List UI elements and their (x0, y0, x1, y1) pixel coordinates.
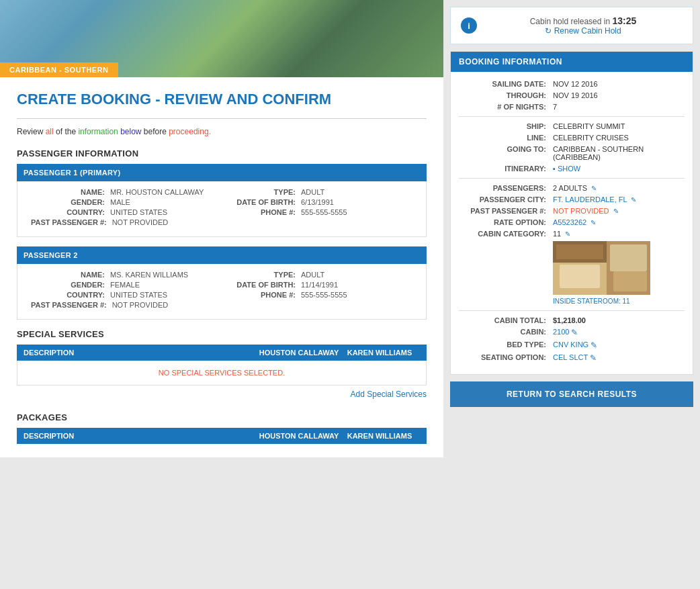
through-label: THROUGH: (459, 91, 546, 99)
line-label: LINE: (459, 134, 546, 142)
info-icon: i (461, 17, 477, 34)
p1-pastpass-value: NOT PROVIDED (112, 218, 169, 226)
cabin-category-row: CABIN CATEGORY: 11 ✎ (459, 230, 685, 238)
past-passenger-value: NOT PROVIDED ✎ (553, 207, 619, 215)
line-value: CELEBRITY CRUISES (553, 134, 629, 142)
past-passenger-label: PAST PASSENGER #: (459, 207, 546, 215)
renew-cabin-hold-link[interactable]: ↻ Renew Cabin Hold (484, 26, 683, 36)
p1-dob-label: DATE OF BIRTH: (222, 198, 296, 206)
passenger-1-header: PASSENGER 1 (PRIMARY) (17, 164, 427, 181)
svg-rect-4 (610, 244, 647, 271)
ship-value: CELEBRITY SUMMIT (553, 122, 625, 130)
page-title: CREATE BOOKING - REVIEW AND CONFIRM (17, 91, 427, 108)
line-row: LINE: CELEBRITY CRUISES (459, 134, 685, 142)
cabin-category-label: CABIN CATEGORY: (459, 230, 546, 238)
p2-type-value: ADULT (301, 271, 324, 279)
title-divider (17, 118, 427, 119)
p2-name-value: MS. KAREN WILLIAMS (110, 271, 188, 279)
p2-phone-value: 555-555-5555 (301, 291, 347, 299)
going-to-value: CARIBBEAN - SOUTHERN (CARIBBEAN) (553, 145, 685, 161)
nights-value: 7 (553, 103, 557, 111)
cabin-total-row: CABIN TOTAL: $1,218.00 (459, 316, 685, 324)
p1-country-label: COUNTRY: (31, 208, 105, 216)
p2-type-label: TYPE: (222, 271, 296, 279)
through-value: NOV 19 2016 (553, 91, 598, 99)
passenger-2-header: PASSENGER 2 (17, 246, 427, 264)
cabin-edit-icon[interactable]: ✎ (571, 328, 578, 337)
add-special-services-link[interactable]: Add Special Services (351, 386, 427, 403)
return-btn-container: RETURN TO SEARCH RESULTS (450, 381, 693, 407)
p1-type-label: TYPE: (222, 188, 296, 196)
rate-option-row: RATE OPTION: A5523262 ✎ (459, 218, 685, 226)
sailing-date-value: NOV 12 2016 (553, 80, 598, 88)
special-services-section: SPECIAL SERVICES DESCRIPTION HOUSTON CAL… (17, 329, 427, 403)
passenger-2-block: PASSENGER 2 NAME: MS. KAREN WILLIAMS GEN… (17, 246, 427, 320)
booking-info-header: BOOKING INFORMATION (451, 52, 693, 72)
rate-option-edit-icon[interactable]: ✎ (590, 219, 596, 226)
cabin-total-value: $1,218.00 (553, 316, 586, 324)
p2-phone-label: PHONE #: (222, 291, 296, 299)
bed-type-value: CNV KING (553, 341, 588, 349)
seating-option-label: SEATING OPTION: (459, 353, 546, 361)
cabin-label: CABIN: (459, 328, 546, 336)
page-title-highlight: REVIEW AND CONFIRM (165, 91, 332, 107)
rate-option-value: A5523262 ✎ (553, 218, 596, 226)
going-to-label: GOING TO: (459, 145, 546, 153)
cabin-image (553, 241, 650, 295)
passenger-2-details: NAME: MS. KAREN WILLIAMS GENDER: FEMALE … (17, 264, 427, 320)
packages-col-desc: DESCRIPTION (24, 432, 259, 440)
itinerary-show-link[interactable]: ▪ SHOW (553, 165, 580, 173)
p2-country-value: UNITED STATES (110, 291, 167, 299)
p2-country-label: COUNTRY: (31, 291, 105, 299)
cabin-image-label: INSIDE STATEROOM: 11 (553, 298, 685, 305)
nights-row: # OF NIGHTS: 7 (459, 103, 685, 111)
past-passenger-row: PAST PASSENGER #: NOT PROVIDED ✎ (459, 207, 685, 215)
passenger-city-label: PASSENGER CITY: (459, 195, 546, 203)
passengers-edit-icon[interactable]: ✎ (591, 185, 597, 192)
packages-title: PACKAGES (17, 412, 427, 422)
no-services-notice: NO SPECIAL SERVICES SELECTED. (17, 361, 427, 386)
review-notice: Review all of the information below befo… (17, 127, 427, 136)
p1-gender-label: GENDER: (31, 198, 105, 206)
special-services-title: SPECIAL SERVICES (17, 329, 427, 339)
p2-gender-value: FEMALE (110, 281, 140, 289)
past-passenger-edit-icon[interactable]: ✎ (613, 208, 619, 215)
seating-option-edit-icon[interactable]: ✎ (590, 353, 597, 363)
bed-type-edit-icon[interactable]: ✎ (590, 341, 597, 350)
nights-label: # OF NIGHTS: (459, 103, 546, 111)
cabin-hold-label: Cabin hold released in (530, 17, 610, 26)
seating-option-value: CEL SLCT (553, 353, 588, 361)
p2-pastpass-label: PAST PASSENGER #: (31, 301, 107, 309)
p2-dob-label: DATE OF BIRTH: (222, 281, 296, 289)
passenger-city-edit-icon[interactable]: ✎ (631, 196, 636, 203)
booking-info-body: SAILING DATE: NOV 12 2016 THROUGH: NOV 1… (451, 72, 693, 374)
no-services-text: NO SPECIAL SERVICES SELECTED. (159, 369, 285, 377)
page-title-prefix: CREATE BOOKING - (17, 91, 165, 107)
passenger-1-left-col: NAME: MR. HOUSTON CALLAWAY GENDER: MALE … (31, 188, 222, 228)
packages-section: PACKAGES DESCRIPTION HOUSTON CALLAWAY KA… (17, 412, 427, 444)
special-services-header: DESCRIPTION HOUSTON CALLAWAY KAREN WILLI… (17, 345, 427, 361)
itinerary-value: ▪ SHOW (553, 165, 580, 173)
ship-row: SHIP: CELEBRITY SUMMIT (459, 122, 685, 130)
right-panel: i Cabin hold released in 13:25 ↻ Renew C… (443, 0, 700, 457)
rate-option-label: RATE OPTION: (459, 218, 546, 226)
p1-pastpass-label: PAST PASSENGER #: (31, 218, 107, 226)
return-to-search-button[interactable]: RETURN TO SEARCH RESULTS (450, 381, 693, 407)
p1-type-value: ADULT (301, 188, 324, 196)
svg-rect-7 (556, 244, 603, 259)
cabin-hold-text: Cabin hold released in 13:25 ↻ Renew Cab… (484, 15, 683, 36)
sailing-date-row: SAILING DATE: NOV 12 2016 (459, 80, 685, 88)
going-to-row: GOING TO: CARIBBEAN - SOUTHERN (CARIBBEA… (459, 145, 685, 161)
info-divider-3 (459, 310, 685, 311)
cabin-category-edit-icon[interactable]: ✎ (565, 230, 570, 238)
itinerary-row: ITINERARY: ▪ SHOW (459, 165, 685, 173)
packages-col-p1: HOUSTON CALLAWAY (259, 432, 339, 440)
passengers-value: 2 ADULTS ✎ (553, 184, 597, 192)
passengers-row: PASSENGERS: 2 ADULTS ✎ (459, 184, 685, 192)
p2-pastpass-value: NOT PROVIDED (112, 301, 169, 309)
cabin-total-label: CABIN TOTAL: (459, 316, 546, 324)
services-col-p1: HOUSTON CALLAWAY (259, 349, 339, 357)
cabin-category-value: 11 ✎ (553, 230, 570, 238)
cabin-hold-box: i Cabin hold released in 13:25 ↻ Renew C… (450, 7, 693, 44)
cabin-image-container: INSIDE STATEROOM: 11 (553, 241, 685, 305)
